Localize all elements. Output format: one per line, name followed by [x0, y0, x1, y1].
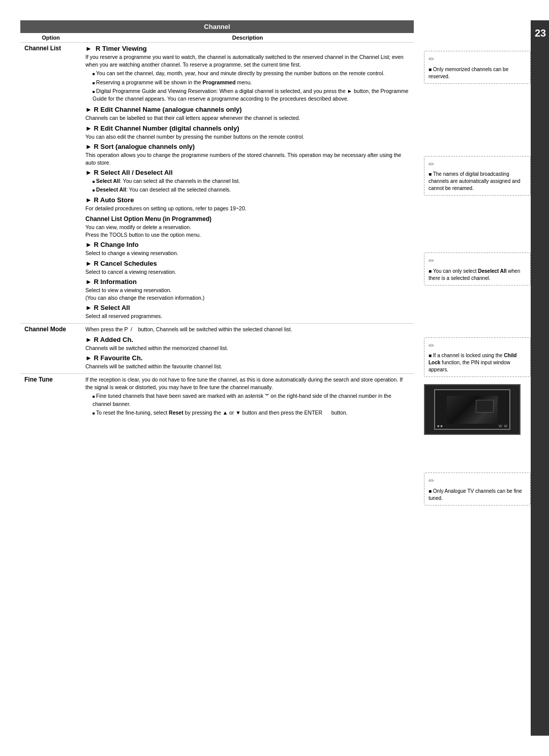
table-row-fine-tune: Fine Tune If the reception is clear, you… [20, 374, 414, 420]
desc-fine-tune: If the reception is clear, you do not ha… [81, 374, 414, 420]
spacer-4 [424, 439, 531, 469]
bullet-item: Deselect All: You can deselect all the s… [93, 186, 410, 194]
select-all-title: ► R Select All / Deselect All [85, 169, 410, 176]
edit-channel-number-body: You can also edit the channel number by … [85, 133, 410, 141]
table-title: Channel [20, 20, 414, 33]
bullet-item: To reset the fine-tuning, select Reset b… [93, 409, 410, 417]
select-all-bullets: Select All: You can select all the chann… [93, 177, 410, 194]
page-number: 23 [531, 24, 549, 42]
bullet-item: Digital Programme Guide and Viewing Rese… [93, 87, 410, 103]
fine-tune-bullets: Fine tuned channels that have been saved… [93, 392, 410, 417]
bullet-item: Fine tuned channels that have been saved… [93, 392, 410, 407]
information-title: ► R Information [85, 278, 410, 286]
information-body: Select to view a viewing reservation.(Yo… [85, 287, 410, 302]
note-box-4: ✏ ■ If a channel is locked using the Chi… [424, 337, 531, 377]
page-container: Channel Option Description Channel List [0, 0, 549, 756]
option-channel-mode: Channel Mode [20, 324, 81, 374]
auto-store-body: For detailed procedures on setting up op… [85, 205, 410, 212]
table-row-channel-list: Channel List ► R Timer Viewing If you re… [20, 43, 414, 324]
note-icon-3: ✏ [429, 256, 526, 266]
cancel-schedules-title: ► R Cancel Schedules [85, 260, 410, 267]
page-number-sidebar: 23 English Using the Menus [531, 20, 549, 736]
spacer-2 [424, 199, 531, 249]
note-box-1: ✏ ■ Only memorized channels can be reser… [424, 51, 531, 84]
desc-channel-list: ► R Timer Viewing If you reserve a progr… [81, 43, 414, 324]
channel-list-option-menu-title: Channel List Option Menu (in Programmed) [85, 215, 410, 223]
note-text-1: ■ Only memorized channels can be reserve… [429, 66, 526, 80]
channel-table: Channel Option Description Channel List [20, 20, 414, 420]
fine-tune-body: If the reception is clear, you do not ha… [85, 376, 410, 391]
change-info-body: Select to change a viewing reservation. [85, 249, 410, 257]
edit-channel-name-title: ► R Edit Channel Name (analogue channels… [85, 106, 410, 113]
note-box-2: ✏ ■ The names of digital broadcasting ch… [424, 156, 531, 196]
option-channel-list: Channel List [20, 43, 81, 324]
sort-body: This operation allows you to change the … [85, 151, 410, 167]
added-ch-body: Channels will be switched within the mem… [85, 344, 410, 352]
note-icon-4: ✏ [429, 341, 526, 351]
note-text-5: ■ Only Analogue TV channels can be fine … [429, 488, 526, 502]
note-text-3: ■ You can only select Deselect All when … [429, 268, 526, 282]
main-content: Channel Option Description Channel List [20, 20, 419, 736]
edit-channel-name-body: Channels can be labelled so that their c… [85, 114, 410, 122]
bullet-item: Select All: You can select all the chann… [93, 177, 410, 185]
tv-screen-content [447, 396, 498, 424]
timer-viewing-bullets: You can set the channel, day, month, yea… [93, 70, 410, 103]
added-ch-title: ► R Added Ch. [85, 336, 410, 343]
r-marker: ► [85, 45, 94, 52]
desc-channel-mode: When press the P / button, Channels will… [81, 324, 414, 374]
select-all-reserved-title: ► R Select All [85, 304, 410, 311]
edit-channel-number-title: ► R Edit Channel Number (digital channel… [85, 124, 410, 132]
col-option-header: Option [20, 33, 81, 43]
change-info-title: ► R Change Info [85, 241, 410, 248]
channel-list-option-menu-body: You can view, modify or delete a reserva… [85, 224, 410, 239]
section-label: Using the Menus [537, 85, 543, 137]
table-row-channel-mode: Channel Mode When press the P / button, … [20, 324, 414, 374]
favourite-ch-title: ► R Favourite Ch. [85, 354, 410, 362]
note-text-2: ■ The names of digital broadcasting chan… [429, 171, 526, 192]
spacer-3 [424, 289, 531, 334]
spacer-1 [424, 87, 531, 153]
bullet-item: You can set the channel, day, month, yea… [93, 70, 410, 77]
option-fine-tune: Fine Tune [20, 374, 81, 420]
sort-title: ► R Sort (analogue channels only) [85, 143, 410, 150]
language-label: English [537, 47, 543, 75]
note-box-3: ✏ ■ You can only select Deselect All whe… [424, 253, 531, 286]
favourite-ch-body: Channels will be switched within the fav… [85, 363, 410, 370]
timer-viewing-title: ► R Timer Viewing [85, 45, 410, 52]
auto-store-title: ► R Auto Store [85, 196, 410, 204]
note-icon-5: ✏ [429, 476, 526, 486]
bullet-item: Reserving a programme will be shown in t… [93, 79, 410, 86]
note-icon-2: ✏ [429, 160, 526, 170]
note-text-4: ■ If a channel is locked using the Child… [429, 352, 526, 373]
col-desc-header: Description [81, 33, 414, 43]
tv-image: W W ■ ■ [424, 384, 521, 435]
tv-screen: W W ■ ■ [434, 389, 510, 430]
channel-mode-intro: When press the P / button, Channels will… [85, 326, 410, 333]
note-box-5: ✏ ■ Only Analogue TV channels can be fin… [424, 472, 531, 506]
select-all-reserved-body: Select all reserved programmes. [85, 312, 410, 320]
cancel-schedules-body: Select to cancel a viewing reservation. [85, 268, 410, 276]
timer-viewing-body: If you reserve a programme you want to w… [85, 53, 410, 69]
note-icon-1: ✏ [429, 54, 526, 65]
right-sidebar: ✏ ■ Only memorized channels can be reser… [419, 20, 531, 736]
